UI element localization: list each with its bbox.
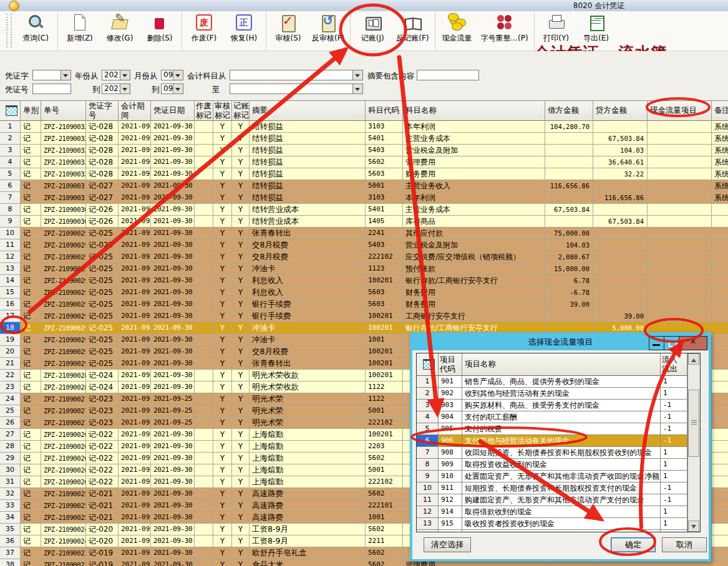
row-number-cell[interactable]: 38 [0,559,21,566]
row-number-cell[interactable]: 13 [417,518,439,530]
cashflow-item-row[interactable]: 10 911 短期投资、长期债券投资和长期股权投资支付的现金 -1 [417,482,700,494]
select-all-corner[interactable] [0,101,21,121]
toolbar-button[interactable]: 新增(Z) [57,11,100,50]
month-from-combo[interactable]: 09 [161,70,183,80]
row-number-cell[interactable]: 9 [0,216,21,228]
maximize-button[interactable] [664,337,679,350]
table-row[interactable]: 3 记 ZPZ-21090032 记-028 2021-09 2021-09-3… [0,145,728,156]
minimize-button[interactable] [649,337,664,350]
table-row[interactable]: 5 记 ZPZ-21090032 记-028 2021-09 2021-09-3… [0,168,728,180]
select-all-corner[interactable] [417,353,439,376]
clear-selection-button[interactable]: 清空选择 [424,537,471,552]
row-number-cell[interactable]: 22 [0,370,21,381]
row-number-cell[interactable]: 30 [0,464,21,476]
account-from-combo[interactable] [230,70,363,80]
year-from-combo[interactable]: 2021 [102,70,130,80]
col-header-postmark[interactable]: 记账 标记 [232,101,250,121]
cashflow-item-cell[interactable] [648,228,712,239]
toolbar-button[interactable]: 正 恢复(H) [224,11,264,50]
row-number-cell[interactable]: 16 [0,299,21,310]
cancel-button[interactable]: 取消 [662,537,707,552]
col-header-period[interactable]: 会计期间 [119,101,151,121]
row-number-cell[interactable]: 6 [417,435,439,447]
cashflow-item-cell[interactable] [648,121,712,133]
row-number-cell[interactable]: 18 [0,322,21,334]
cashflow-item-row[interactable]: 3 903 购买原材料、商品、接受劳务支付的现金 -1 [417,400,700,411]
table-row[interactable]: 12 记 ZPZ-21090029 记-025 2021-09 2021-09-… [0,251,728,263]
row-number-cell[interactable]: 5 [417,423,439,435]
row-number-cell[interactable]: 6 [0,180,21,192]
row-number-cell[interactable]: 23 [0,381,21,393]
col-header-summary[interactable]: 摘要 [250,101,366,121]
col-header-note[interactable]: 备注 [712,101,728,121]
cashflow-item-row[interactable]: 4 904 支付的职工薪酬 -1 [417,411,700,423]
col-header-flow-direction[interactable]: 流入 流出 [661,353,687,376]
row-number-cell[interactable]: 32 [0,488,21,500]
table-row[interactable]: 15 记 ZPZ-21090029 记-025 2021-09 2021-09-… [0,287,728,299]
cashflow-item-cell[interactable] [648,263,712,275]
col-header-docno[interactable]: 单号 [41,101,86,121]
toolbar-button[interactable]: 记账(J) [350,11,392,50]
cashflow-item-row[interactable]: 14 916 偿还借款本金支付的现金 -1 [417,530,700,532]
table-row[interactable]: 1 记 ZPZ-21090032 记-028 2021-09 2021-09-3… [0,121,728,133]
row-number-cell[interactable]: 11 [417,494,439,506]
row-number-cell[interactable]: 4 [417,411,439,423]
cashflow-item-row[interactable]: 7 908 收回短期投资、长期债券投资和长期股权投资收到的现金 1 [417,447,700,459]
toolbar-button[interactable]: 反记账(F) [392,11,432,50]
col-header-auditmark[interactable]: 审核 标记 [213,101,232,121]
cashflow-item-cell[interactable] [648,251,712,263]
row-number-cell[interactable]: 14 [417,530,439,532]
row-number-cell[interactable]: 28 [0,441,21,453]
scroll-up-icon[interactable] [688,353,699,365]
row-number-cell[interactable]: 27 [0,429,21,441]
col-header-cashflow-item[interactable]: 现金流量项目 [648,101,712,121]
voucher-no-input[interactable] [32,84,71,94]
row-number-cell[interactable]: 31 [0,476,21,488]
close-button[interactable] [679,337,707,350]
table-row[interactable]: 9 记 ZPZ-21090030 记-026 2021-09 2021-09-3… [0,216,728,228]
cashflow-item-cell[interactable] [648,204,712,216]
table-row[interactable]: 4 记 ZPZ-21090032 记-028 2021-09 2021-09-3… [0,156,728,168]
table-row[interactable]: 10 记 ZPZ-21090029 记-025 2021-09 2021-09-… [0,228,728,239]
year-to-combo[interactable]: 2021 [102,84,130,94]
row-number-cell[interactable]: 35 [0,524,21,535]
cashflow-item-row[interactable]: 1 901 销售产成品、商品、提供劳务收到的现金 1 [417,376,700,388]
row-number-cell[interactable]: 29 [0,453,21,464]
row-number-cell[interactable]: 2 [417,388,439,400]
row-number-cell[interactable]: 34 [0,512,21,524]
col-header-credit[interactable]: 贷方金额 [593,101,648,121]
cashflow-item-cell[interactable] [648,239,712,251]
cashflow-item-cell[interactable] [648,299,712,310]
row-number-cell[interactable]: 12 [0,251,21,263]
cashflow-item-cell[interactable] [648,275,712,287]
toolbar-button[interactable]: 查询(C) [16,11,56,50]
table-row[interactable]: 7 记 ZPZ-21090031 记-027 2021-09 2021-09-3… [0,192,728,204]
cashflow-item-row[interactable]: 6 906 支付其他与经营活动有关的现金 -1 [417,435,700,447]
table-row[interactable]: 8 记 ZPZ-21090030 记-026 2021-09 2021-09-3… [0,204,728,216]
chevron-down-icon[interactable] [120,70,130,80]
account-to-combo[interactable] [230,84,363,94]
row-number-cell[interactable]: 3 [417,400,439,411]
cashflow-item-cell[interactable] [648,156,712,168]
row-number-cell[interactable]: 3 [0,145,21,156]
chevron-down-icon[interactable] [352,84,362,94]
col-header-type[interactable]: 单别 [21,101,41,121]
table-row[interactable]: 13 记 ZPZ-21090029 记-025 2021-09 2021-09-… [0,263,728,275]
chevron-down-icon[interactable] [173,70,183,80]
table-row[interactable]: 2 记 ZPZ-21090032 记-028 2021-09 2021-09-3… [0,133,728,145]
row-number-cell[interactable]: 24 [0,393,21,405]
row-number-cell[interactable]: 12 [417,506,439,518]
cashflow-item-cell[interactable] [648,145,712,156]
table-row[interactable]: 6 记 ZPZ-21090031 记-027 2021-09 2021-09-3… [0,180,728,192]
month-to-combo[interactable]: 09 [161,84,183,94]
row-number-cell[interactable]: 5 [0,168,21,180]
toolbar-grip[interactable] [6,14,12,48]
row-number-cell[interactable]: 1 [417,376,439,388]
cashflow-item-cell[interactable] [648,192,712,204]
row-number-cell[interactable]: 10 [417,482,439,494]
row-number-cell[interactable]: 17 [0,310,21,322]
row-number-cell[interactable]: 11 [0,239,21,251]
cashflow-item-cell[interactable] [648,287,712,299]
row-number-cell[interactable]: 15 [0,287,21,299]
col-header-account-name[interactable]: 科目名称 [403,101,545,121]
